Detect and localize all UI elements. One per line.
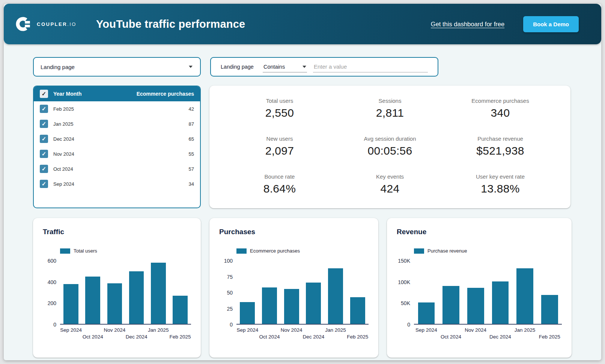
bar-slot: [463, 261, 488, 324]
kpi-card-item: Bounce rate8.64%: [224, 170, 335, 208]
x-axis-label: Feb 2025: [346, 334, 369, 350]
header-banner: COUPLER.IO YouTube traffic performance G…: [4, 4, 601, 44]
kpi-label: Purchase revenue: [445, 135, 555, 142]
row-month-label: Jan 2025: [53, 121, 74, 127]
table-row[interactable]: ✓Sep 202434: [34, 176, 200, 191]
kpi-value: $521,938: [445, 144, 555, 157]
x-axis-label: Jan 2025: [325, 327, 347, 344]
bar[interactable]: [516, 268, 533, 324]
table-row[interactable]: ✓Dec 202465: [34, 131, 200, 146]
bar-slot: [325, 261, 347, 324]
bar[interactable]: [240, 302, 255, 324]
kpi-label: Ecommerce purchases: [445, 98, 555, 104]
x-axis-label: Oct 2024: [439, 334, 464, 350]
column-header-year-month: Year Month: [53, 91, 81, 97]
plot-area: [414, 261, 562, 325]
x-axis-label: Jan 2025: [513, 327, 537, 344]
y-axis-tick: 50K: [401, 300, 410, 306]
y-axis-tick: 100: [224, 258, 233, 264]
x-axis-label: Nov 2024: [280, 327, 302, 344]
bar[interactable]: [350, 297, 365, 324]
kpi-value: 00:05:56: [335, 144, 445, 157]
x-axis-label: Feb 2025: [537, 334, 562, 350]
y-axis-tick: 600: [48, 258, 56, 264]
bar[interactable]: [418, 302, 435, 324]
checkbox-checked[interactable]: ✓: [40, 180, 48, 188]
book-demo-button[interactable]: Book a Demo: [523, 16, 579, 32]
kpi-value: 424: [335, 182, 445, 195]
row-month-label: Feb 2025: [53, 106, 74, 112]
legend-swatch: [414, 248, 424, 254]
bar[interactable]: [63, 284, 78, 324]
bar-slot: [259, 261, 281, 324]
checkbox-checked[interactable]: ✓: [40, 165, 48, 173]
bar-slot: [82, 261, 104, 324]
row-month-label: Sep 2024: [53, 181, 74, 187]
kpi-card-item: Avg session duration00:05:56: [335, 132, 445, 170]
checkbox-checked[interactable]: ✓: [40, 135, 48, 143]
row-purchases-value: 55: [189, 151, 194, 157]
legend-label: Purchase revenue: [427, 248, 467, 254]
bar-slot: [60, 261, 82, 324]
filter-value-input[interactable]: [313, 61, 428, 72]
checkbox-checked[interactable]: ✓: [40, 105, 48, 113]
dashboard-page: COUPLER.IO YouTube traffic performance G…: [4, 4, 601, 360]
operator-select[interactable]: Contains: [263, 62, 307, 72]
bar[interactable]: [173, 296, 188, 324]
bar[interactable]: [306, 283, 321, 324]
year-month-table: ✓ Year Month Ecommerce purchases ✓Feb 20…: [33, 86, 201, 208]
bar[interactable]: [129, 271, 144, 324]
traffic-chart-card: Traffic Total users 0200400600 Sep 2024O…: [33, 218, 201, 358]
bar[interactable]: [284, 289, 299, 324]
bar[interactable]: [107, 283, 122, 324]
bar[interactable]: [85, 277, 100, 324]
get-dashboard-link[interactable]: Get this dashboard for free: [431, 21, 504, 28]
chart-title: Revenue: [397, 228, 562, 236]
filters-row: Landing page Landing page Contains: [33, 57, 601, 77]
kpi-value: 2,550: [224, 107, 335, 119]
x-axis-label: Oct 2024: [259, 334, 281, 350]
table-row[interactable]: ✓Feb 202542: [34, 101, 200, 116]
y-axis-tick: 400: [48, 279, 56, 285]
y-axis-tick: 75: [227, 274, 233, 280]
bar[interactable]: [492, 281, 509, 324]
x-axis-label: Nov 2024: [463, 327, 488, 344]
bar[interactable]: [328, 268, 343, 324]
bar[interactable]: [442, 286, 459, 324]
page-title: YouTube traffic performance: [96, 18, 245, 30]
bar-slot: [126, 261, 147, 324]
kpi-label: Bounce rate: [224, 173, 335, 180]
legend-label: Total users: [74, 248, 97, 254]
bar[interactable]: [541, 295, 558, 324]
chart-title: Purchases: [219, 228, 369, 236]
y-axis-tick: 0: [230, 322, 233, 328]
kpi-card-item: Key events424: [335, 170, 445, 208]
row-purchases-value: 65: [189, 136, 194, 142]
table-row[interactable]: ✓Nov 202455: [34, 146, 200, 161]
checkbox-checked[interactable]: ✓: [40, 120, 48, 128]
bar-slot: [236, 261, 259, 324]
bar[interactable]: [151, 263, 166, 324]
table-row[interactable]: ✓Jan 202587: [34, 116, 200, 131]
kpi-card-item: New users2,097: [224, 132, 335, 170]
bar[interactable]: [262, 287, 277, 324]
bar-slot: [104, 261, 125, 324]
x-axis-label: Dec 2024: [126, 334, 147, 350]
bar-slot: [439, 261, 464, 324]
bar[interactable]: [467, 288, 484, 324]
plot-area: [236, 261, 369, 325]
kpi-label: User key event rate: [445, 173, 555, 180]
checkbox-checked[interactable]: ✓: [40, 150, 48, 158]
bar-slot: [346, 261, 369, 324]
select-all-checkbox[interactable]: ✓: [40, 90, 48, 98]
table-row[interactable]: ✓Oct 202457: [34, 161, 200, 176]
bar-slot: [147, 261, 169, 324]
row-month-label: Oct 2024: [53, 166, 73, 172]
y-axis: 0255075100: [219, 261, 236, 325]
kpi-label: Total users: [224, 98, 335, 104]
y-axis-tick: 0: [407, 322, 410, 328]
landing-page-select[interactable]: Landing page: [33, 57, 201, 77]
x-axis-label: Oct 2024: [82, 334, 104, 350]
y-axis-tick: 150K: [398, 258, 410, 264]
y-axis-tick: 0: [53, 322, 56, 328]
